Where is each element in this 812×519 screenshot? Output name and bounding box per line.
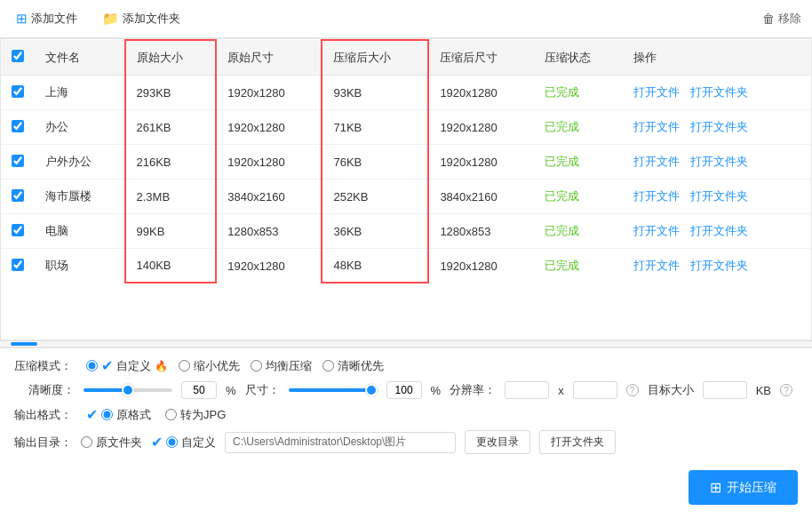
quality-input[interactable] (181, 381, 217, 399)
row-actions: 打开文件 打开文件夹 (623, 180, 811, 214)
select-all-checkbox[interactable] (12, 50, 24, 62)
table-row: 电脑 99KB 1280x853 36KB 1280x853 已完成 打开文件 … (1, 214, 811, 249)
checkmark-icon: ✔ (101, 357, 113, 374)
table-row: 办公 261KB 1920x1280 71KB 1920x1280 已完成 打开… (1, 110, 811, 145)
size-label: 尺寸： (245, 382, 280, 398)
row-comp-dim: 1920x1280 (428, 76, 534, 110)
mode-small[interactable]: 缩小优先 (179, 358, 240, 374)
file-table: 文件名 原始大小 原始尺寸 压缩后大小 压缩后尺寸 压缩状态 操作 上海 293… (1, 39, 811, 283)
row-checkbox[interactable] (12, 224, 24, 236)
scroll-thumb[interactable] (11, 342, 37, 346)
quality-slider[interactable] (84, 388, 172, 392)
open-file-link[interactable]: 打开文件 (633, 259, 680, 272)
dir-custom[interactable]: ✔ 自定义 (151, 434, 216, 451)
open-file-link[interactable]: 打开文件 (633, 120, 680, 133)
remove-button[interactable]: 🗑 移除 (762, 11, 801, 27)
mode-clear[interactable]: 清晰优先 (322, 358, 384, 374)
open-file-link[interactable]: 打开文件 (633, 155, 680, 168)
row-orig-dim: 1920x1280 (216, 249, 322, 283)
format-jpg[interactable]: 转为JPG (165, 407, 226, 423)
row-comp-dim: 1920x1280 (428, 145, 534, 180)
table-row: 户外办公 216KB 1920x1280 76KB 1920x1280 已完成 … (1, 145, 811, 180)
format-original[interactable]: ✔ 原格式 (86, 406, 151, 423)
row-comp-size: 93KB (322, 76, 428, 110)
dir-source[interactable]: 原文件夹 (81, 435, 142, 451)
row-checkbox-cell (1, 110, 35, 145)
mode-balance[interactable]: 均衡压缩 (251, 358, 312, 374)
trash-icon: 🗑 (762, 12, 775, 26)
row-orig-dim: 1280x853 (216, 214, 322, 249)
row-checkbox[interactable] (12, 120, 24, 132)
compress-icon: ⊞ (710, 479, 721, 496)
output-format-row: 输出格式： ✔ 原格式 转为JPG (14, 406, 798, 423)
size-unit: % (431, 384, 442, 397)
row-status: 已完成 (534, 180, 623, 214)
open-folder-link[interactable]: 打开文件夹 (690, 189, 748, 203)
row-orig-dim: 1920x1280 (216, 76, 322, 110)
row-checkbox-cell (1, 145, 35, 180)
open-folder-link[interactable]: 打开文件夹 (690, 224, 748, 237)
quality-label: 清晰度： (28, 382, 75, 398)
add-folder-button[interactable]: 📁 添加文件夹 (97, 7, 186, 30)
row-status: 已完成 (534, 214, 623, 249)
open-folder-link[interactable]: 打开文件夹 (690, 120, 748, 133)
row-checkbox[interactable] (12, 85, 24, 98)
add-file-button[interactable]: ⊞ 添加文件 (11, 7, 83, 30)
open-file-link[interactable]: 打开文件 (633, 85, 680, 99)
row-checkbox[interactable] (12, 189, 24, 202)
format-check-icon: ✔ (86, 406, 98, 423)
change-dir-button[interactable]: 更改目录 (465, 430, 530, 454)
add-file-label: 添加文件 (31, 11, 77, 27)
format-jpg-label: 转为JPG (180, 407, 226, 423)
open-file-link[interactable]: 打开文件 (633, 189, 680, 203)
add-folder-icon: 📁 (102, 11, 119, 27)
size-input[interactable] (386, 381, 422, 399)
open-folder-button[interactable]: 打开文件夹 (539, 430, 616, 454)
row-status: 已完成 (534, 249, 623, 283)
header-filename: 文件名 (35, 40, 125, 76)
row-checkbox[interactable] (12, 155, 24, 167)
size-slider[interactable] (289, 388, 378, 392)
row-checkbox-cell (1, 76, 35, 110)
row-comp-size: 76KB (322, 145, 428, 180)
start-compress-button[interactable]: ⊞ 开始压缩 (689, 470, 798, 505)
output-dir-label: 输出目录： (14, 435, 72, 451)
row-comp-dim: 1920x1280 (428, 110, 534, 145)
resolution-help-icon[interactable]: ? (626, 384, 639, 396)
row-status: 已完成 (534, 76, 623, 110)
add-file-icon: ⊞ (16, 11, 28, 27)
header-orig-size: 原始大小 (125, 40, 217, 76)
open-folder-link[interactable]: 打开文件夹 (690, 155, 748, 168)
open-folder-link[interactable]: 打开文件夹 (690, 259, 748, 272)
target-size-label: 目标大小 (648, 382, 694, 398)
resolution-separator: x (558, 384, 564, 397)
target-size-input[interactable] (703, 381, 747, 399)
compress-mode-options: ✔ 自定义 🔥 缩小优先 均衡压缩 清晰优先 (86, 357, 384, 374)
open-folder-link[interactable]: 打开文件夹 (690, 85, 748, 99)
row-actions: 打开文件 打开文件夹 (623, 214, 811, 249)
row-orig-dim: 1920x1280 (216, 110, 322, 145)
resolution-y-input[interactable] (573, 381, 617, 399)
row-actions: 打开文件 打开文件夹 (623, 249, 811, 283)
open-file-link[interactable]: 打开文件 (633, 224, 680, 237)
controls-panel: 压缩模式： ✔ 自定义 🔥 缩小优先 均衡压缩 清 (0, 347, 812, 463)
output-dir-row: 输出目录： 原文件夹 ✔ 自定义 更改目录 打开文件夹 (14, 430, 798, 454)
row-orig-size: 261KB (125, 110, 217, 145)
row-filename: 职场 (35, 249, 125, 283)
target-size-help-icon[interactable]: ? (780, 384, 792, 396)
dir-path-input[interactable] (225, 432, 456, 453)
dir-check-icon: ✔ (151, 434, 163, 451)
row-orig-size: 216KB (125, 145, 217, 180)
resolution-label: 分辨率： (450, 382, 496, 398)
mode-custom[interactable]: ✔ 自定义 🔥 (86, 357, 168, 374)
row-checkbox[interactable] (12, 259, 24, 271)
row-checkbox-cell (1, 214, 35, 249)
row-comp-dim: 3840x2160 (428, 180, 534, 214)
toolbar: ⊞ 添加文件 📁 添加文件夹 🗑 移除 (0, 0, 812, 38)
row-orig-dim: 1920x1280 (216, 145, 322, 180)
format-original-label: 原格式 (116, 407, 151, 423)
resolution-x-input[interactable] (505, 381, 549, 399)
row-orig-size: 293KB (125, 76, 217, 110)
mode-balance-label: 均衡压缩 (266, 358, 312, 374)
row-orig-size: 140KB (125, 249, 217, 283)
